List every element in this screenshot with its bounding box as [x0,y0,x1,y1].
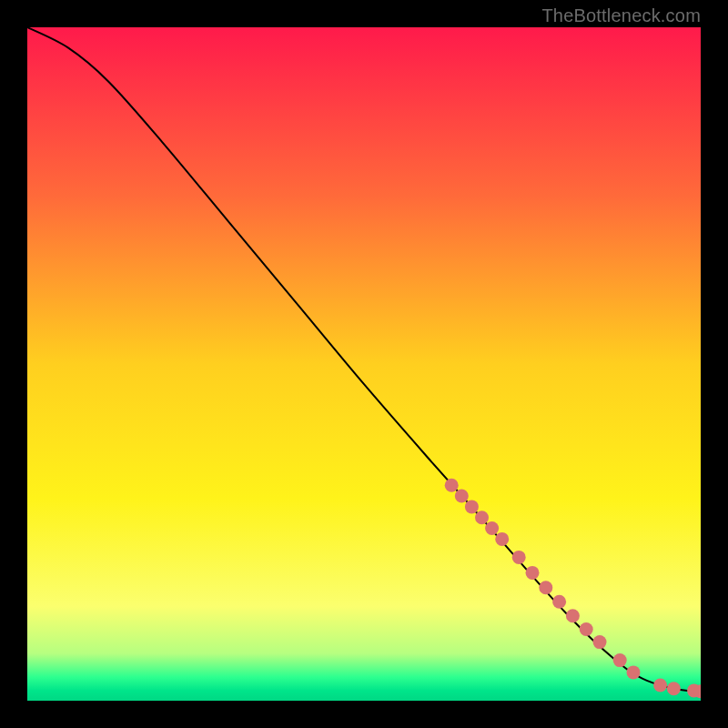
data-point [593,635,607,649]
data-point [445,479,459,492]
data-point [465,500,479,513]
data-point [455,490,469,503]
data-point [512,551,526,564]
plot-area [27,27,701,701]
data-point [485,521,499,535]
data-point [495,532,509,546]
data-point [475,511,489,524]
data-point [653,678,667,692]
data-point [526,566,540,580]
data-point [613,653,627,667]
data-point [627,665,641,679]
attribution-text: TheBottleneck.com [541,5,701,26]
data-point [667,682,681,695]
gradient-background [27,27,701,701]
data-point [552,595,566,609]
data-point [566,609,580,622]
chart-frame: TheBottleneck.com [0,0,728,728]
chart-svg [27,27,701,701]
data-point [539,581,552,594]
data-point [580,622,593,636]
